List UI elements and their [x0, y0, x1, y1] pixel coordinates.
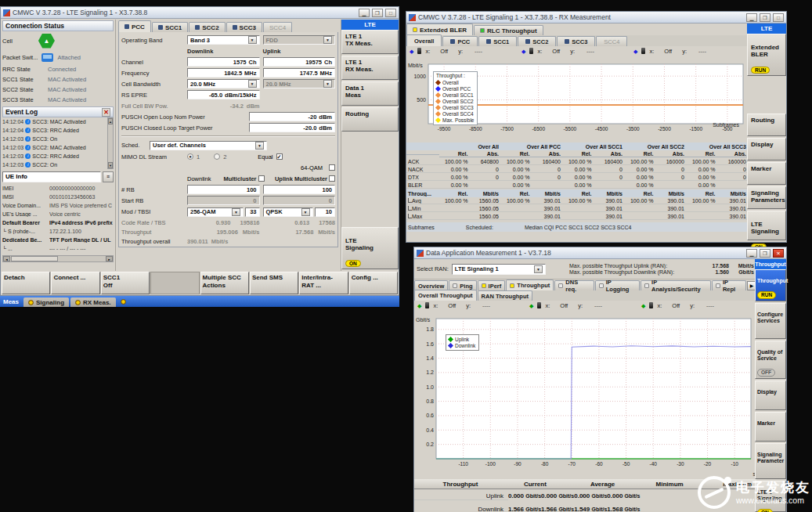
maximize-button[interactable]: □ — [385, 9, 396, 17]
cc-tab[interactable]: SCC2 — [189, 22, 225, 32]
minimize-button[interactable]: ▁ — [746, 13, 757, 22]
qam64-checkbox[interactable] — [329, 164, 335, 171]
marker-handle-icon[interactable] — [537, 302, 541, 308]
marker-x-value[interactable]: Off — [546, 48, 566, 55]
softkey-button[interactable]: LTE 1 TX Meas. — [341, 30, 399, 54]
scroll-up-icon[interactable]: ▲ — [108, 118, 113, 124]
marker-handle-icon[interactable] — [417, 48, 421, 54]
service-tab[interactable]: IPerf — [478, 280, 506, 290]
measurement-tab[interactable]: RLC Throughput — [474, 25, 543, 35]
softkey-lte-signaling[interactable]: LTE Signaling ON — [341, 227, 399, 269]
cc-subtab[interactable]: SCC4 — [596, 36, 627, 46]
measurement-tab[interactable]: Extended BLER — [406, 23, 473, 35]
dl-multicluster-checkbox[interactable] — [258, 175, 265, 182]
cc-tab[interactable]: PCC — [118, 20, 151, 32]
taskbar-left-label[interactable]: Meas — [0, 298, 22, 305]
rb-downlink-field[interactable]: 100 — [187, 185, 260, 194]
chevron-down-icon[interactable]: ▼ — [534, 265, 543, 273]
cc-subtab[interactable]: SCC3 — [557, 36, 595, 46]
restore-button[interactable]: ❐ — [372, 9, 383, 17]
chevron-down-icon[interactable]: ▼ — [248, 36, 257, 44]
pusch-open-loop-field[interactable]: -20dBm — [249, 112, 335, 121]
marker-x-value[interactable]: Off — [554, 302, 574, 309]
ul-multicluster-checkbox[interactable] — [329, 175, 335, 182]
ue-info-selector[interactable]: UE Info — [2, 171, 101, 182]
cc-subtab[interactable]: PCC — [442, 36, 478, 46]
softkey-button[interactable]: Routing — [341, 107, 399, 132]
softkey-button[interactable]: Marker — [755, 412, 786, 442]
modulation-downlink-select[interactable]: 256-QAM▼ — [187, 207, 244, 217]
ue-info-menu-icon[interactable]: ≡ — [103, 171, 114, 182]
chevron-down-icon[interactable]: ▼ — [301, 208, 310, 216]
frequency-uplink-field[interactable]: 1747.5MHz — [263, 68, 336, 78]
minimize-button[interactable]: ▁ — [746, 249, 757, 258]
rs-epre-field[interactable]: -65.0dBm/15kHz — [187, 90, 260, 99]
chevron-down-icon[interactable]: ▼ — [255, 142, 264, 150]
marker-x-value[interactable]: Off — [658, 48, 678, 55]
minimize-button[interactable]: ▁ — [359, 9, 370, 17]
titlebar[interactable]: CMWC V 3.7.28 - LTE Signaling 1 - X3.7.3… — [406, 12, 786, 23]
channel-uplink-field[interactable]: 19575Ch — [263, 57, 336, 67]
rb-uplink-field[interactable]: 100 — [263, 185, 336, 194]
softkey-button[interactable]: Display — [755, 380, 786, 410]
softkey-button[interactable]: Display — [747, 138, 786, 160]
softkey-button[interactable]: Routing — [747, 114, 786, 136]
action-button[interactable]: Inter/Intra- RAT ... — [299, 272, 348, 294]
marker-handle-icon[interactable] — [529, 48, 533, 54]
channel-downlink-field[interactable]: 1575Ch — [187, 57, 260, 67]
equal-checkbox[interactable]: ✓ — [276, 153, 283, 160]
softkey-button[interactable]: Marker — [747, 162, 786, 185]
softkey-button[interactable]: Signaling Parameter — [755, 443, 786, 479]
marker-x-value[interactable]: Off — [442, 302, 462, 309]
chevron-down-icon[interactable]: ▼ — [248, 80, 257, 88]
service-tab[interactable]: Throughput — [506, 279, 554, 290]
scroll-down-icon[interactable]: ▼ — [108, 162, 113, 168]
ue-info-hscrollbar[interactable]: ◄ ► — [2, 255, 114, 262]
action-button[interactable]: Send SMS — [250, 272, 298, 294]
cc-tab[interactable]: SCC4 — [263, 22, 292, 32]
softkey-button[interactable]: Data 1 Meas — [341, 81, 399, 106]
cell-bandwidth-select[interactable]: 20.0 MHz▼ — [187, 79, 260, 88]
softkey-lte-signaling[interactable]: LTE Signaling ON — [747, 211, 786, 240]
scheduling-select[interactable]: User def. Channels▼ — [150, 141, 267, 150]
frequency-downlink-field[interactable]: 1842.5MHz — [187, 68, 260, 78]
mimo-stream1-radio[interactable]: ● — [187, 153, 193, 160]
softkey-button[interactable]: Quality of Service OFF — [755, 341, 786, 379]
action-button[interactable]: Config ... — [349, 272, 398, 294]
close-button[interactable]: ✕ — [773, 249, 784, 258]
event-log-close-icon[interactable]: ✕ — [102, 108, 110, 117]
marker-handle-icon[interactable] — [641, 48, 645, 54]
action-button[interactable] — [150, 272, 199, 294]
softkey-button[interactable]: Extended BLER RUN — [747, 34, 786, 76]
taskbar-tab[interactable]: Signaling — [23, 297, 69, 307]
service-tab[interactable]: IP Repl — [712, 280, 746, 290]
cc-subtab[interactable]: SCC1 — [478, 36, 517, 46]
maximize-button[interactable]: □ — [773, 13, 784, 22]
chevron-down-icon[interactable]: ▼ — [232, 208, 240, 216]
pusch-closed-loop-field[interactable]: -20.0dBm — [249, 123, 335, 132]
softkey-button[interactable]: Throughput RUN — [755, 269, 786, 301]
cc-subtab[interactable]: Overall — [406, 34, 442, 46]
service-tab[interactable]: DNS req. — [554, 280, 594, 290]
throughput-subtab[interactable]: RAN Throughput — [478, 290, 532, 301]
marker-x-value[interactable]: Off — [434, 48, 454, 55]
marker-handle-icon[interactable] — [649, 302, 653, 308]
tbsi-uplink-field[interactable]: 10 — [315, 207, 336, 217]
titlebar[interactable]: CMWC V 3.7.28 - LTE Signaling 1 - X3.7.3… — [1, 7, 399, 19]
service-tab[interactable]: IP Analysis/Security — [641, 280, 711, 290]
tbsi-downlink-field[interactable]: 33 — [245, 207, 260, 217]
scroll-right-icon[interactable]: ► — [106, 256, 113, 261]
action-button[interactable]: Detach — [2, 272, 50, 294]
restore-button[interactable]: ❐ — [760, 13, 770, 22]
taskbar-tab[interactable]: RX Meas. — [70, 297, 116, 307]
softkey-button[interactable]: Configure Services — [755, 303, 786, 339]
cc-subtab[interactable]: SCC2 — [518, 36, 556, 46]
action-button[interactable]: Multiple SCC Actions — [200, 272, 249, 294]
titlebar[interactable]: Data Application Measurement 1 - V3.7.18… — [414, 247, 786, 259]
scroll-left-icon[interactable]: ◄ — [3, 256, 10, 261]
restore-button[interactable]: ❐ — [760, 249, 770, 258]
softkey-button[interactable]: Signaling Parameters — [747, 186, 786, 209]
service-tab[interactable]: IP Logging — [595, 280, 640, 290]
select-ran-dropdown[interactable]: LTE Signaling 1 ▼ — [452, 264, 546, 275]
action-button[interactable]: Connect ... — [51, 272, 99, 294]
